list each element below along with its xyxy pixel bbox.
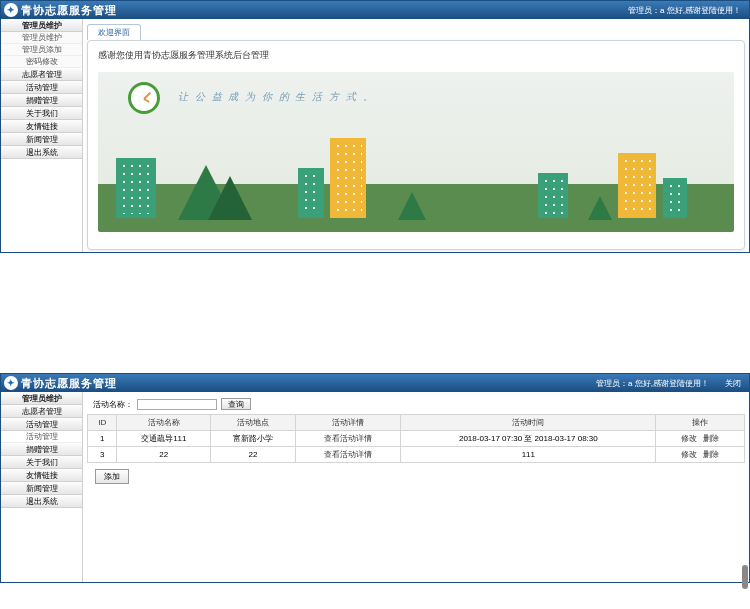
table-header-row: ID 活动名称 活动地点 活动详情 活动时间 操作 — [88, 415, 745, 431]
sidebar-item-volunteer[interactable]: 志愿者管理 — [1, 405, 82, 418]
sidebar-sub-admin-maintain[interactable]: 管理员维护 — [1, 32, 82, 44]
sidebar: 管理员维护 志愿者管理 活动管理 活动管理 捐赠管理 关于我们 友情链接 新闻管… — [1, 392, 83, 582]
cell-place: 22 — [211, 447, 296, 463]
app-window-activity: ✦ 青协志愿服务管理 管理员：a 您好,感谢登陆使用！ 关闭 管理员维护 志愿者… — [0, 373, 750, 583]
top-bar: ✦ 青协志愿服务管理 管理员：a 您好,感谢登陆使用！ — [1, 1, 749, 19]
cell-time: 2018-03-17 07:30 至 2018-03-17 08:30 — [401, 431, 656, 447]
sidebar-sub-activity[interactable]: 活动管理 — [1, 431, 82, 443]
building-icon — [330, 138, 366, 218]
th-id: ID — [88, 415, 117, 431]
sidebar-item-admin[interactable]: 管理员维护 — [1, 392, 82, 405]
th-place: 活动地点 — [211, 415, 296, 431]
cell-name: 22 — [117, 447, 211, 463]
sidebar-item-activity[interactable]: 活动管理 — [1, 418, 82, 431]
sidebar-item-links[interactable]: 友情链接 — [1, 120, 82, 133]
search-button[interactable]: 查询 — [221, 398, 251, 410]
search-input[interactable] — [137, 399, 217, 410]
sidebar-item-exit[interactable]: 退出系统 — [1, 495, 82, 508]
sidebar-item-news[interactable]: 新闻管理 — [1, 482, 82, 495]
logo-icon: ✦ — [4, 376, 18, 390]
sidebar-sub-password[interactable]: 密码修改 — [1, 56, 82, 68]
sidebar-item-activity[interactable]: 活动管理 — [1, 81, 82, 94]
detail-link[interactable]: 查看活动详情 — [324, 450, 372, 459]
sidebar-group-admin[interactable]: 管理员维护 — [1, 19, 82, 32]
building-icon — [298, 168, 324, 218]
detail-link[interactable]: 查看活动详情 — [324, 434, 372, 443]
th-ops: 操作 — [656, 415, 745, 431]
building-icon — [663, 178, 687, 218]
sidebar-item-donate[interactable]: 捐赠管理 — [1, 443, 82, 456]
app-title: 青协志愿服务管理 — [21, 376, 117, 391]
welcome-panel: 感谢您使用青协志愿服务管理系统后台管理 让 公 益 成 为 你 的 生 活 方 … — [87, 40, 745, 250]
welcome-banner: 让 公 益 成 为 你 的 生 活 方 式 。 — [98, 72, 734, 232]
sidebar-item-exit[interactable]: 退出系统 — [1, 146, 82, 159]
welcome-text: 感谢您使用青协志愿服务管理系统后台管理 — [98, 49, 734, 62]
th-time: 活动时间 — [401, 415, 656, 431]
main-area: 活动名称： 查询 ID 活动名称 活动地点 活动详情 活动时间 操作 1 交通疏… — [83, 392, 749, 582]
edit-link[interactable]: 修改 — [681, 450, 697, 459]
th-name: 活动名称 — [117, 415, 211, 431]
sidebar-item-links[interactable]: 友情链接 — [1, 469, 82, 482]
add-button[interactable]: 添加 — [95, 469, 129, 484]
sidebar-item-about[interactable]: 关于我们 — [1, 107, 82, 120]
cell-time: 111 — [401, 447, 656, 463]
user-info: 管理员：a 您好,感谢登陆使用！ — [596, 378, 709, 389]
close-button[interactable]: 关闭 — [725, 378, 741, 389]
delete-link[interactable]: 删除 — [703, 434, 719, 443]
app-title: 青协志愿服务管理 — [21, 3, 117, 18]
search-label: 活动名称： — [93, 399, 133, 410]
sidebar: 管理员维护 管理员维护 管理员添加 密码修改 志愿者管理 活动管理 捐赠管理 关… — [1, 19, 83, 252]
cell-name: 交通疏导111 — [117, 431, 211, 447]
delete-link[interactable]: 删除 — [703, 450, 719, 459]
table-row: 3 22 22 查看活动详情 111 修改 删除 — [88, 447, 745, 463]
slogan-text: 让 公 益 成 为 你 的 生 活 方 式 。 — [178, 90, 375, 104]
app-window-welcome: ✦ 青协志愿服务管理 管理员：a 您好,感谢登陆使用！ 管理员维护 管理员维护 … — [0, 0, 750, 253]
building-icon — [538, 173, 568, 218]
tree-icon — [398, 192, 426, 220]
user-info: 管理员：a 您好,感谢登陆使用！ — [628, 5, 741, 16]
sidebar-item-donate[interactable]: 捐赠管理 — [1, 94, 82, 107]
sidebar-item-volunteer[interactable]: 志愿者管理 — [1, 68, 82, 81]
logo-icon: ✦ — [4, 3, 18, 17]
building-icon — [116, 158, 156, 218]
sidebar-item-about[interactable]: 关于我们 — [1, 456, 82, 469]
cell-place: 富新路小学 — [211, 431, 296, 447]
main-area: 欢迎界面 感谢您使用青协志愿服务管理系统后台管理 让 公 益 成 为 你 的 生… — [83, 19, 749, 252]
scrollbar-thumb[interactable] — [742, 565, 748, 589]
activity-table: ID 活动名称 活动地点 活动详情 活动时间 操作 1 交通疏导111 富新路小… — [87, 414, 745, 463]
tree-icon — [208, 176, 252, 220]
table-row: 1 交通疏导111 富新路小学 查看活动详情 2018-03-17 07:30 … — [88, 431, 745, 447]
top-bar: ✦ 青协志愿服务管理 管理员：a 您好,感谢登陆使用！ 关闭 — [1, 374, 749, 392]
tab-welcome[interactable]: 欢迎界面 — [87, 24, 141, 40]
tree-icon — [588, 196, 612, 220]
sidebar-item-news[interactable]: 新闻管理 — [1, 133, 82, 146]
building-icon — [618, 153, 656, 218]
th-detail: 活动详情 — [295, 415, 400, 431]
sidebar-sub-admin-add[interactable]: 管理员添加 — [1, 44, 82, 56]
cell-id: 3 — [88, 447, 117, 463]
clock-icon — [128, 82, 160, 114]
cell-id: 1 — [88, 431, 117, 447]
edit-link[interactable]: 修改 — [681, 434, 697, 443]
search-bar: 活动名称： 查询 — [87, 394, 745, 414]
